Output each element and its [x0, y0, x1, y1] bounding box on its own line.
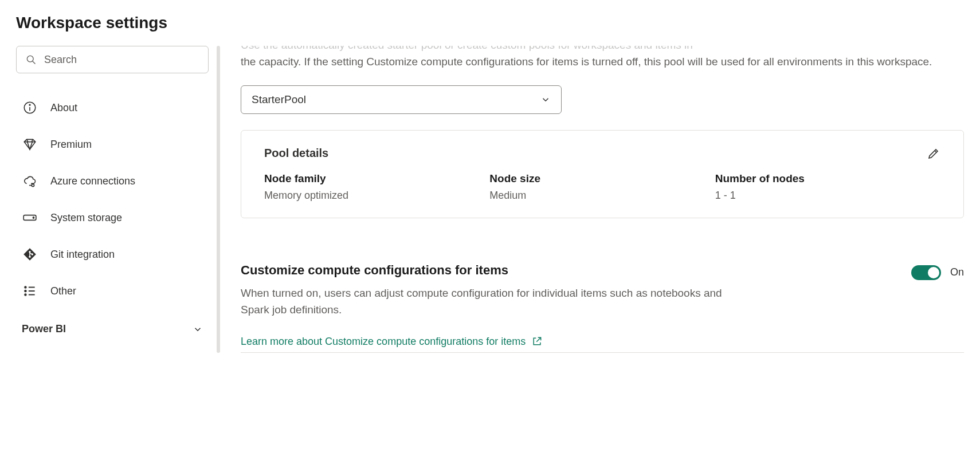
- svg-point-4: [29, 104, 30, 105]
- chevron-down-icon: [540, 95, 551, 105]
- sidebar: About Premium Azure connections: [16, 46, 217, 353]
- cutoff-text: Use the automatically created starter po…: [241, 46, 964, 53]
- detail-label: Node family: [264, 172, 489, 185]
- sidebar-item-azure-connections[interactable]: Azure connections: [16, 163, 209, 199]
- sidebar-divider[interactable]: [217, 46, 220, 353]
- svg-line-1: [33, 61, 36, 64]
- svg-point-7: [33, 217, 34, 218]
- chevron-down-icon: [193, 324, 203, 335]
- pool-detail-node-family: Node family Memory optimized: [264, 172, 489, 202]
- sidebar-nav: About Premium Azure connections: [16, 89, 209, 309]
- sidebar-group-label: Power BI: [22, 323, 66, 335]
- pool-details-card: Pool details Node family Memory optimize…: [241, 130, 964, 218]
- search-icon: [25, 54, 37, 65]
- sidebar-item-label: About: [50, 102, 77, 114]
- sidebar-item-label: Other: [50, 285, 76, 297]
- main-content: Use the automatically created starter po…: [220, 46, 964, 353]
- sidebar-item-git-integration[interactable]: Git integration: [16, 236, 209, 273]
- toggle-state-label: On: [950, 266, 964, 278]
- pool-detail-node-count: Number of nodes 1 - 1: [715, 172, 940, 202]
- sidebar-item-premium[interactable]: Premium: [16, 126, 209, 163]
- detail-label: Node size: [489, 172, 715, 185]
- pool-description: the capacity. If the setting Customize c…: [241, 53, 964, 70]
- customize-desc: When turned on, users can adjust compute…: [241, 285, 728, 318]
- storage-icon: [22, 210, 38, 226]
- detail-value: Memory optimized: [264, 190, 489, 202]
- sidebar-group-powerbi[interactable]: Power BI: [16, 309, 209, 341]
- external-link-icon: [531, 336, 543, 347]
- pool-select[interactable]: StarterPool: [241, 85, 562, 114]
- sidebar-item-label: Git integration: [50, 249, 115, 261]
- search-field[interactable]: [16, 46, 209, 73]
- learn-more-link[interactable]: Learn more about Customize compute confi…: [241, 336, 964, 348]
- svg-point-0: [27, 56, 33, 62]
- svg-point-15: [25, 294, 26, 296]
- detail-value: 1 - 1: [715, 190, 940, 202]
- sidebar-item-label: System storage: [50, 212, 122, 224]
- sidebar-item-about[interactable]: About: [16, 89, 209, 126]
- sidebar-item-system-storage[interactable]: System storage: [16, 199, 209, 236]
- svg-point-5: [32, 184, 34, 186]
- customize-toggle[interactable]: [911, 265, 941, 280]
- detail-label: Number of nodes: [715, 172, 940, 185]
- info-icon: [22, 100, 38, 116]
- sidebar-item-label: Premium: [50, 139, 92, 151]
- svg-point-13: [25, 286, 26, 288]
- diamond-icon: [22, 136, 38, 152]
- sidebar-item-other[interactable]: Other: [16, 273, 209, 309]
- customize-section: Customize compute configurations for ite…: [241, 263, 964, 353]
- detail-value: Medium: [489, 190, 715, 202]
- cloud-link-icon: [22, 173, 38, 189]
- pencil-icon: [927, 147, 940, 160]
- link-text: Learn more about Customize compute confi…: [241, 336, 526, 348]
- svg-point-14: [25, 290, 26, 292]
- pool-details-title: Pool details: [264, 147, 940, 160]
- list-icon: [22, 283, 38, 299]
- sidebar-item-label: Azure connections: [50, 175, 135, 187]
- search-input[interactable]: [16, 46, 209, 73]
- customize-title: Customize compute configurations for ite…: [241, 263, 728, 278]
- pool-select-value: StarterPool: [252, 93, 306, 106]
- pool-detail-node-size: Node size Medium: [489, 172, 715, 202]
- page-title: Workspace settings: [16, 14, 964, 32]
- edit-button[interactable]: [924, 144, 943, 163]
- git-icon: [22, 246, 38, 262]
